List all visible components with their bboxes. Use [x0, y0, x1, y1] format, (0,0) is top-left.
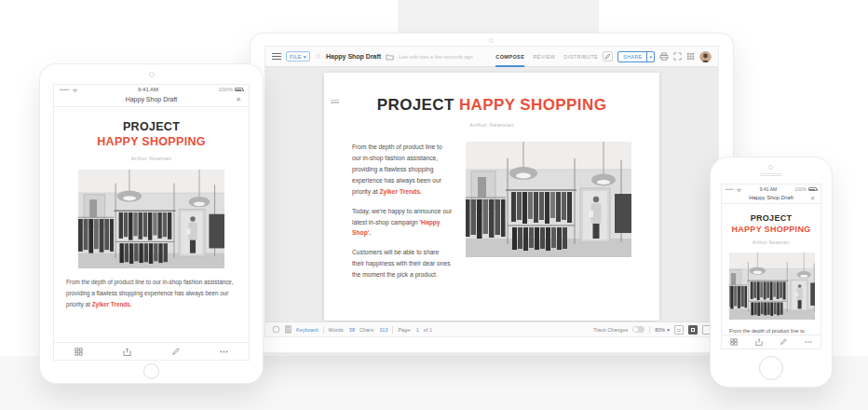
hamburger-menu-icon[interactable]	[272, 53, 281, 61]
heading-part-red: HAPPY SHOPPING	[459, 96, 606, 114]
format-grid-icon[interactable]	[75, 348, 83, 356]
keyboard-doc-icon	[285, 325, 292, 334]
home-button[interactable]	[759, 356, 783, 380]
tablet-navbar: Happy Shop Draft ✕	[54, 93, 249, 107]
web-view-icon[interactable]	[674, 325, 684, 335]
clock-label: 9:41 AM	[138, 87, 158, 92]
battery-icon	[235, 88, 243, 91]
paragraph-2: Today, we're happy to announce our lates…	[352, 206, 453, 239]
phone-navbar: Happy Shop Draft ✕	[722, 193, 821, 204]
tab-distribute[interactable]: DISTRIBUTE	[563, 47, 598, 67]
battery-percent-label: 100%	[794, 186, 807, 192]
tablet-bottom-toolbar	[54, 342, 249, 360]
shop-photo	[729, 253, 815, 320]
more-icon[interactable]	[805, 338, 812, 346]
shop-photo[interactable]	[466, 142, 631, 257]
desktop-device: FILE ▾ ☆ Happy Shop Draft Last edit was …	[250, 33, 734, 353]
heading-part-black: PROJECT	[377, 96, 454, 114]
document-page[interactable]: PROJECT HAPPY SHOPPING Arthur Newman Fro…	[324, 73, 659, 321]
document-columns: From the depth of product line to our in…	[352, 142, 631, 289]
share-icon[interactable]	[755, 338, 763, 346]
edit-mode-icon[interactable]	[603, 51, 613, 62]
background-patch	[398, 0, 599, 35]
share-button[interactable]: SHARE ▾	[617, 51, 655, 62]
heading-part-black: PROJECT	[751, 213, 793, 223]
edit-icon[interactable]	[171, 348, 180, 356]
file-menu-button[interactable]: FILE ▾	[286, 51, 310, 62]
share-icon[interactable]	[123, 348, 131, 356]
share-label: SHARE	[618, 52, 646, 62]
caret-down-icon: ▾	[304, 54, 306, 60]
tab-review[interactable]: REVIEW	[533, 47, 555, 67]
wifi-icon	[736, 186, 742, 192]
carrier-signal-icon: •••••	[60, 87, 70, 92]
home-button[interactable]	[143, 363, 159, 379]
paragraph-text: Customers will be able to share their ha…	[352, 249, 451, 278]
words-label: Words:	[329, 327, 345, 333]
tablet-document-preview: PROJECT HAPPY SHOPPING Arthur Newman Fro…	[54, 107, 249, 310]
page-view-icon[interactable]	[688, 325, 698, 335]
desktop-screen: FILE ▾ ☆ Happy Shop Draft Last edit was …	[264, 46, 719, 337]
close-icon[interactable]: ✕	[810, 195, 815, 201]
tablet-screen: ••••• 9:41 AM 100% Happy Shop Draft ✕ PR…	[53, 84, 250, 361]
more-icon[interactable]	[220, 348, 228, 356]
track-changes-toggle[interactable]	[632, 326, 644, 333]
page-number[interactable]: 1	[416, 327, 419, 333]
brand-highlight: Zylker Trends.	[379, 188, 421, 195]
editor-toolbar: FILE ▾ ☆ Happy Shop Draft Last edit was …	[265, 47, 718, 67]
phone-device: ••••• 9:41 AM 100% Happy Shop Draft ✕ PR…	[710, 157, 833, 388]
document-byline: Arthur Newman	[66, 156, 237, 161]
last-edit-status: Last edit was a few seconds ago	[399, 54, 473, 60]
paragraph-1: From the depth of product line to our in…	[352, 142, 453, 198]
share-caret-icon[interactable]: ▾	[646, 52, 654, 62]
apps-grid-icon[interactable]	[686, 52, 695, 61]
document-title: Happy Shop Draft	[126, 96, 178, 102]
brand-highlight: Zylker Trends.	[92, 301, 132, 308]
marketing-canvas: ••••• 9:41 AM 100% Happy Shop Draft ✕ PR…	[0, 0, 868, 410]
carrier-signal-icon: •••••	[726, 186, 734, 192]
divider	[392, 326, 393, 334]
divider	[323, 326, 324, 334]
heading-part-black: PROJECT	[123, 120, 180, 133]
user-avatar[interactable]	[699, 50, 712, 62]
file-menu-label: FILE	[290, 54, 302, 60]
page-of-label: of 1	[424, 327, 432, 333]
tab-compose[interactable]: COMPOSE	[495, 47, 524, 67]
document-heading: PROJECT HAPPY SHOPPING	[729, 213, 813, 235]
sync-status-icon[interactable]	[272, 325, 280, 334]
document-title[interactable]: Happy Shop Draft	[326, 53, 381, 60]
document-byline: Arthur Newman	[729, 239, 813, 245]
heading-part-red: HAPPY SHOPPING	[97, 135, 206, 148]
divider	[649, 326, 650, 334]
desktop-camera-icon	[489, 38, 494, 43]
paragraph-drag-handle[interactable]	[331, 98, 339, 104]
document-byline: Arthur Newman	[352, 122, 631, 128]
format-grid-icon[interactable]	[730, 338, 738, 346]
shop-photo	[78, 170, 224, 268]
print-icon[interactable]	[659, 52, 669, 61]
document-heading: PROJECT HAPPY SHOPPING	[66, 119, 237, 150]
phone-document-preview: PROJECT HAPPY SHOPPING Arthur Newman Fro…	[722, 204, 821, 348]
zoom-level: 80%	[655, 327, 665, 333]
paragraph-text: From the depth of product line to our in…	[352, 144, 442, 195]
phone-bottom-toolbar	[722, 335, 821, 348]
edit-icon[interactable]	[780, 338, 787, 346]
paragraph-3: Customers will be able to share their ha…	[352, 247, 453, 280]
chars-count[interactable]: 313	[379, 327, 387, 333]
zoom-control[interactable]: 80% ▾	[655, 327, 670, 333]
mode-tabs: COMPOSE REVIEW DISTRIBUTE	[495, 47, 598, 67]
keyboard-link[interactable]: Keyboard	[296, 327, 319, 333]
battery-percent-label: 100%	[219, 87, 233, 92]
words-count[interactable]: 58	[349, 327, 355, 333]
fullscreen-icon[interactable]	[673, 52, 682, 61]
battery-icon	[808, 187, 817, 191]
editor-canvas[interactable]: PROJECT HAPPY SHOPPING Arthur Newman Fro…	[265, 67, 718, 321]
phone-screen: ••••• 9:41 AM 100% Happy Shop Draft ✕ PR…	[721, 184, 821, 349]
track-changes-label: Track Changes	[593, 327, 628, 333]
favorite-star-icon[interactable]: ☆	[315, 53, 321, 61]
folder-icon[interactable]	[386, 53, 394, 61]
close-icon[interactable]: ✕	[236, 96, 241, 103]
chars-label: Chars:	[359, 327, 374, 333]
tablet-status-bar: ••••• 9:41 AM 100%	[54, 85, 249, 93]
wifi-icon	[72, 87, 78, 92]
